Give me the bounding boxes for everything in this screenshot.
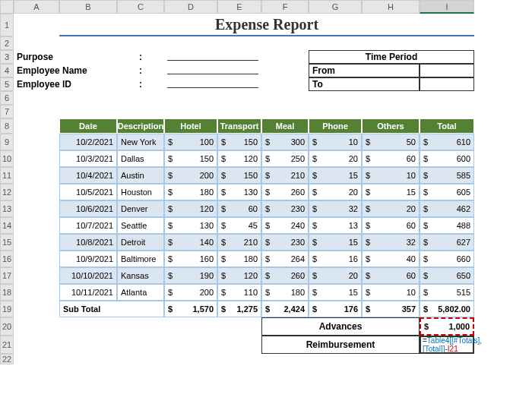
cell-meal[interactable]: $260	[261, 267, 309, 284]
cell-phone[interactable]: $10	[309, 134, 362, 150]
col-header-D[interactable]: D	[164, 0, 217, 14]
cell-phone[interactable]: $16	[309, 251, 362, 267]
purpose-input[interactable]	[167, 50, 258, 61]
cell-desc[interactable]: Dallas	[117, 150, 164, 167]
cell-date[interactable]: 10/9/2021	[59, 251, 117, 267]
cell-others[interactable]: $60	[362, 150, 420, 167]
cell-phone[interactable]: $15	[309, 284, 362, 301]
col-header-B[interactable]: B	[59, 0, 117, 14]
row-header-19[interactable]: 19	[0, 301, 14, 317]
table-header-hotel[interactable]: Hotel	[164, 118, 217, 134]
cell-others[interactable]: $40	[362, 251, 420, 267]
subtotal-phone[interactable]: $176	[309, 301, 362, 317]
cell-others[interactable]: $60	[362, 267, 420, 284]
cell-meal[interactable]: $250	[261, 150, 309, 167]
row-header-17[interactable]: 17	[0, 267, 14, 284]
cell-phone[interactable]: $15	[309, 167, 362, 184]
cell-meal[interactable]: $210	[261, 167, 309, 184]
col-header-H[interactable]: H	[362, 0, 420, 14]
cell-desc[interactable]: Detroit	[117, 234, 164, 251]
cell-total[interactable]: $585	[420, 167, 474, 184]
cell-total[interactable]: $660	[420, 251, 474, 267]
cell-date[interactable]: 10/11/2021	[59, 284, 117, 301]
cell-hotel[interactable]: $120	[164, 200, 217, 217]
col-header-E[interactable]: E	[217, 0, 261, 14]
cell-transport[interactable]: $120	[217, 267, 261, 284]
cell-phone[interactable]: $20	[309, 150, 362, 167]
employee-id-input[interactable]	[167, 77, 258, 88]
cell-others[interactable]: $10	[362, 284, 420, 301]
cell-others[interactable]: $20	[362, 200, 420, 217]
row-header-20[interactable]: 20	[0, 317, 14, 336]
cell-meal[interactable]: $240	[261, 217, 309, 234]
row-header-3[interactable]: 3	[0, 50, 14, 64]
row-header-2[interactable]: 2	[0, 36, 14, 50]
row-header-16[interactable]: 16	[0, 251, 14, 267]
cell-others[interactable]: $15	[362, 184, 420, 200]
row-header-9[interactable]: 9	[0, 134, 14, 150]
row-header-22[interactable]: 22	[0, 354, 14, 364]
cell-meal[interactable]: $300	[261, 134, 309, 150]
subtotal-total[interactable]: $5,802.00	[420, 301, 474, 317]
row-header-1[interactable]: 1	[0, 14, 14, 36]
cell-desc[interactable]: Austin	[117, 167, 164, 184]
cell-transport[interactable]: $150	[217, 134, 261, 150]
cell-meal[interactable]: $180	[261, 284, 309, 301]
cell-desc[interactable]: Baltimore	[117, 251, 164, 267]
table-header-total[interactable]: Total	[420, 118, 474, 134]
cell-hotel[interactable]: $150	[164, 150, 217, 167]
cell-desc[interactable]: Kansas	[117, 267, 164, 284]
cell-hotel[interactable]: $190	[164, 267, 217, 284]
col-header-I[interactable]: I	[420, 0, 474, 14]
row-header-13[interactable]: 13	[0, 200, 14, 217]
subtotal-hotel[interactable]: $1,570	[164, 301, 217, 317]
row-header-10[interactable]: 10	[0, 150, 14, 167]
cell-hotel[interactable]: $200	[164, 167, 217, 184]
cell-date[interactable]: 10/10/2021	[59, 267, 117, 284]
row-header-8[interactable]: 8	[0, 118, 14, 134]
cell-hotel[interactable]: $130	[164, 217, 217, 234]
from-input[interactable]	[420, 64, 474, 77]
row-header-7[interactable]: 7	[0, 105, 14, 118]
cell-desc[interactable]: Seattle	[117, 217, 164, 234]
table-header-date[interactable]: Date	[59, 118, 117, 134]
cell-others[interactable]: $60	[362, 217, 420, 234]
cell-transport[interactable]: $60	[217, 200, 261, 217]
cell-date[interactable]: 10/4/2021	[59, 167, 117, 184]
cell-desc[interactable]: Denver	[117, 200, 164, 217]
cell-others[interactable]: $50	[362, 134, 420, 150]
reimbursement-formula[interactable]: =Table4[[#Totals],[Total]]-I21	[420, 336, 474, 354]
cell-total[interactable]: $610	[420, 134, 474, 150]
cell-transport[interactable]: $150	[217, 167, 261, 184]
employee-name-input[interactable]	[167, 64, 258, 74]
cell-desc[interactable]: New York	[117, 134, 164, 150]
col-header-A[interactable]: A	[14, 0, 59, 14]
cell-phone[interactable]: $15	[309, 234, 362, 251]
cell-desc[interactable]: Atlanta	[117, 284, 164, 301]
subtotal-others[interactable]: $357	[362, 301, 420, 317]
cell-phone[interactable]: $20	[309, 184, 362, 200]
cell-hotel[interactable]: $180	[164, 184, 217, 200]
row-header-18[interactable]: 18	[0, 284, 14, 301]
cell-total[interactable]: $462	[420, 200, 474, 217]
cell-transport[interactable]: $210	[217, 234, 261, 251]
cell-total[interactable]: $627	[420, 234, 474, 251]
cell-total[interactable]: $515	[420, 284, 474, 301]
cell-date[interactable]: 10/5/2021	[59, 184, 117, 200]
cell-total[interactable]: $600	[420, 150, 474, 167]
cell-date[interactable]: 10/2/2021	[59, 134, 117, 150]
select-all-corner[interactable]	[0, 0, 14, 14]
cell-meal[interactable]: $260	[261, 184, 309, 200]
cell-transport[interactable]: $110	[217, 284, 261, 301]
table-header-description[interactable]: Description	[117, 118, 164, 134]
row-header-15[interactable]: 15	[0, 234, 14, 251]
cell-hotel[interactable]: $200	[164, 284, 217, 301]
row-header-11[interactable]: 11	[0, 167, 14, 184]
cell-date[interactable]: 10/7/2021	[59, 217, 117, 234]
subtotal-meal[interactable]: $2,424	[261, 301, 309, 317]
row-header-6[interactable]: 6	[0, 91, 14, 105]
advances-value[interactable]: $1,000	[420, 317, 474, 336]
cell-others[interactable]: $32	[362, 234, 420, 251]
cell-date[interactable]: 10/6/2021	[59, 200, 117, 217]
row-header-21[interactable]: 21	[0, 336, 14, 354]
